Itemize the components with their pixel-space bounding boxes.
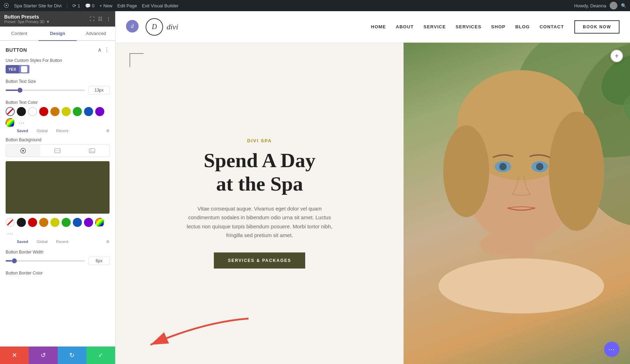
svg-point-14 [439, 258, 604, 314]
tab-content[interactable]: Content [0, 27, 38, 41]
toggle-yes-label: YES [6, 66, 19, 73]
color-labels: Saved Global Recent ⚙ [6, 129, 110, 133]
bg-color-purple[interactable] [84, 218, 93, 227]
book-now-button[interactable]: BOOK NOW [574, 20, 620, 34]
portrait-svg [404, 43, 630, 364]
section-more-icon[interactable]: ⋮ [104, 47, 110, 53]
text-color-label: Button Text Color [6, 100, 110, 105]
panel-header-icons: ⛶ ☷ ⋮ [90, 16, 111, 22]
grid-icon[interactable]: ☷ [98, 16, 103, 22]
divi-builder-icon[interactable]: d [126, 20, 139, 34]
nav-home[interactable]: HOME [371, 24, 386, 29]
cancel-button[interactable]: ✕ [0, 347, 29, 364]
color-swatch-blue[interactable] [84, 107, 93, 116]
bg-color-blue[interactable] [73, 218, 82, 227]
hero-eyebrow: DIVI SPA [247, 138, 272, 143]
nav-contact[interactable]: CONTACT [540, 24, 564, 29]
hero-title: Spend A Dayat the Spa [204, 149, 315, 195]
chevron-down-icon[interactable]: ▼ [46, 20, 50, 24]
bg-color-black[interactable] [17, 218, 26, 227]
nav-about[interactable]: ABOUT [396, 24, 414, 29]
toggle-thumb [21, 66, 27, 72]
color-swatch-orange[interactable] [50, 107, 59, 116]
color-swatch-white[interactable] [28, 107, 37, 116]
text-size-slider[interactable] [6, 90, 85, 91]
save-button[interactable]: ✓ [86, 347, 115, 364]
text-size-label: Button Text Size [6, 79, 110, 84]
bg-tab-gradient[interactable] [40, 145, 75, 157]
text-size-value[interactable]: 13px [89, 86, 110, 94]
more-options-button[interactable]: ⋯ [604, 342, 620, 357]
hero-section: DIVI SPA Spend A Dayat the Spa Vitae con… [115, 43, 630, 364]
color-swatch-transparent[interactable] [6, 107, 15, 116]
border-width-value[interactable]: 6px [89, 257, 110, 265]
nav-services[interactable]: SERVICES [456, 24, 482, 29]
slider-fill [6, 90, 18, 91]
color-swatch-black[interactable] [17, 107, 26, 116]
notification-count[interactable]: ⟳ 1 [72, 3, 80, 8]
svg-point-18 [536, 163, 544, 170]
collapse-icon[interactable]: ∧ [98, 47, 102, 53]
hero-image: + ⋯ [404, 43, 630, 364]
admin-bar-left: ☉ Spa Starter Site for Divi | ⟳ 1 💬 0 + … [4, 2, 568, 9]
yes-toggle-button[interactable]: YES [6, 65, 29, 73]
new-button[interactable]: + New [99, 3, 112, 8]
border-slider-fill [6, 260, 12, 262]
panel-subtitle: Preset: Spa Primary 3D ▼ [4, 20, 50, 24]
site-name[interactable]: Spa Starter Site for Divi [14, 3, 62, 8]
border-slider-thumb[interactable] [12, 258, 17, 263]
color-swatch-green[interactable] [73, 107, 82, 116]
nav-blog[interactable]: BLOG [515, 24, 530, 29]
bg-color-swatches: ⋯ [6, 218, 110, 238]
tab-design[interactable]: Design [38, 27, 77, 41]
redo-button[interactable]: ↻ [58, 347, 86, 364]
border-width-slider[interactable] [6, 260, 85, 262]
custom-styles-group: Use Custom Styles For Button YES [6, 58, 110, 73]
admin-bar: ☉ Spa Starter Site for Divi | ⟳ 1 💬 0 + … [0, 0, 630, 11]
svg-point-4 [90, 150, 91, 151]
undo-button[interactable]: ↺ [29, 347, 57, 364]
toggle-slider[interactable] [19, 65, 29, 73]
color-swatch-yellow[interactable] [62, 107, 71, 116]
svg-text:d: d [131, 23, 134, 29]
admin-bar-right: Howdy, Deanna 🔍 [574, 2, 626, 9]
hero-cta-button[interactable]: SERVICES & PACKAGES [214, 252, 305, 269]
bg-color-orange[interactable] [39, 218, 48, 227]
search-icon[interactable]: 🔍 [621, 3, 626, 8]
more-bg-colors-icon[interactable]: ⋯ [6, 229, 15, 238]
bg-tab-color[interactable] [6, 145, 40, 157]
bg-color-custom[interactable] [95, 218, 104, 227]
bg-color-red[interactable] [28, 218, 37, 227]
hero-content: DIVI SPA Spend A Dayat the Spa Vitae con… [115, 43, 404, 364]
bg-label-recent: Recent [56, 240, 68, 244]
bg-label-saved: Saved [17, 240, 28, 244]
bg-color-green[interactable] [62, 218, 71, 227]
nav-service[interactable]: SERVICE [424, 24, 446, 29]
bg-tab-image[interactable] [75, 145, 109, 157]
color-swatch-purple[interactable] [95, 107, 104, 116]
maximize-icon[interactable]: ⛶ [90, 16, 94, 22]
wordpress-icon[interactable]: ☉ [4, 2, 9, 9]
slider-thumb[interactable] [18, 88, 22, 93]
edit-page-button[interactable]: Edit Page [117, 3, 137, 8]
site-logo: D divi [146, 18, 178, 36]
label-saved: Saved [17, 129, 28, 133]
color-swatch-custom[interactable] [6, 118, 15, 127]
toggle-container: YES [6, 65, 110, 73]
bg-settings-icon[interactable]: ⚙ [106, 240, 110, 244]
exit-builder-button[interactable]: Exit Visual Builder [142, 3, 179, 8]
user-avatar[interactable] [610, 2, 617, 9]
tab-advanced[interactable]: Advanced [77, 27, 115, 41]
settings-icon[interactable]: ⚙ [106, 129, 110, 133]
color-swatch-red[interactable] [39, 107, 48, 116]
more-icon[interactable]: ⋮ [106, 16, 111, 22]
text-size-group: Button Text Size 13px [6, 79, 110, 94]
svg-point-11 [549, 112, 604, 231]
bg-color-yellow[interactable] [50, 218, 59, 227]
comment-count[interactable]: 💬 0 [85, 3, 94, 8]
svg-point-19 [480, 233, 517, 256]
add-element-button[interactable]: + [610, 50, 623, 62]
border-slider-container: 6px [6, 257, 110, 265]
nav-shop[interactable]: SHOP [491, 24, 505, 29]
more-colors-icon[interactable]: ⋯ [17, 118, 26, 127]
